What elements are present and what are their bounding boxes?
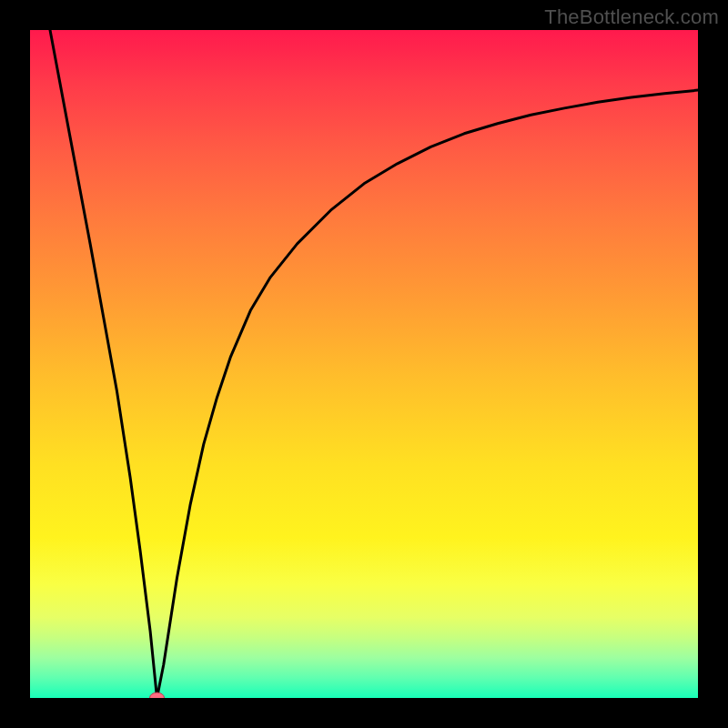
chart-frame: TheBottleneck.com bbox=[0, 0, 728, 728]
curve-svg bbox=[30, 30, 698, 698]
plot-area bbox=[30, 30, 698, 698]
min-marker bbox=[150, 693, 165, 698]
watermark-text: TheBottleneck.com bbox=[544, 5, 719, 29]
bottleneck-curve bbox=[50, 30, 698, 698]
